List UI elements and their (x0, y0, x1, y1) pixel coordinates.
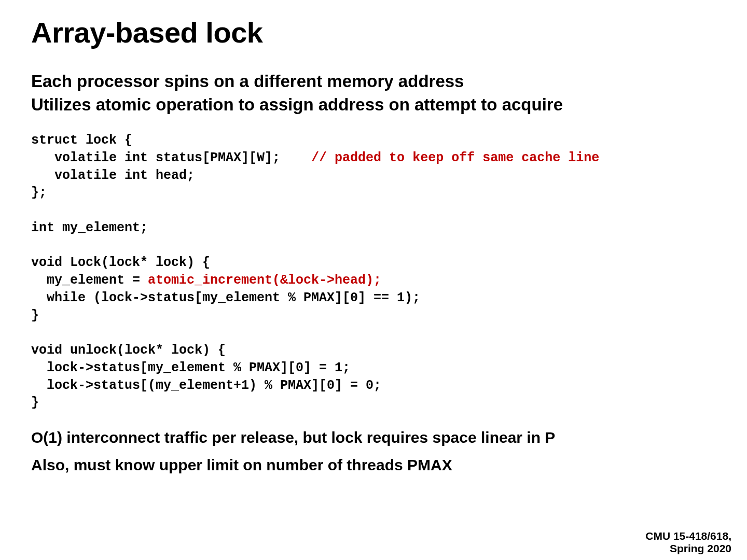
code-line: } (31, 395, 39, 410)
code-line: struct lock { (31, 133, 132, 148)
slide-subtitle: Each processor spins on a different memo… (31, 70, 716, 116)
code-line: my_element = (31, 273, 148, 288)
slide-title: Array-based lock (31, 16, 716, 49)
subtitle-line-2: Utilizes atomic operation to assign addr… (31, 93, 716, 117)
code-line: volatile int status[PMAX][W]; (31, 150, 311, 165)
code-comment: // padded to keep off same cache line (311, 150, 599, 165)
footnote-1: O(1) interconnect traffic per release, b… (31, 427, 716, 449)
code-line: int my_element; (31, 220, 148, 235)
footer-course: CMU 15-418/618, (645, 530, 731, 542)
footnote-2: Also, must know upper limit on number of… (31, 455, 716, 476)
subtitle-line-1: Each processor spins on a different memo… (31, 70, 716, 93)
code-line: volatile int head; (31, 168, 195, 183)
slide-footer: CMU 15-418/618, Spring 2020 (645, 530, 731, 555)
code-line: } (31, 308, 39, 323)
code-line: }; (31, 185, 47, 200)
code-line: void Lock(lock* lock) { (31, 255, 210, 270)
code-line: lock->status[my_element % PMAX][0] = 1; (31, 360, 350, 375)
code-line: void unlock(lock* lock) { (31, 343, 226, 358)
code-atomic-call: atomic_increment(&lock->head); (148, 273, 381, 288)
footer-term: Spring 2020 (645, 542, 731, 555)
code-block: struct lock { volatile int status[PMAX][… (31, 132, 716, 412)
code-line: lock->status[(my_element+1) % PMAX][0] =… (31, 378, 381, 393)
code-line: while (lock->status[my_element % PMAX][0… (31, 290, 420, 305)
